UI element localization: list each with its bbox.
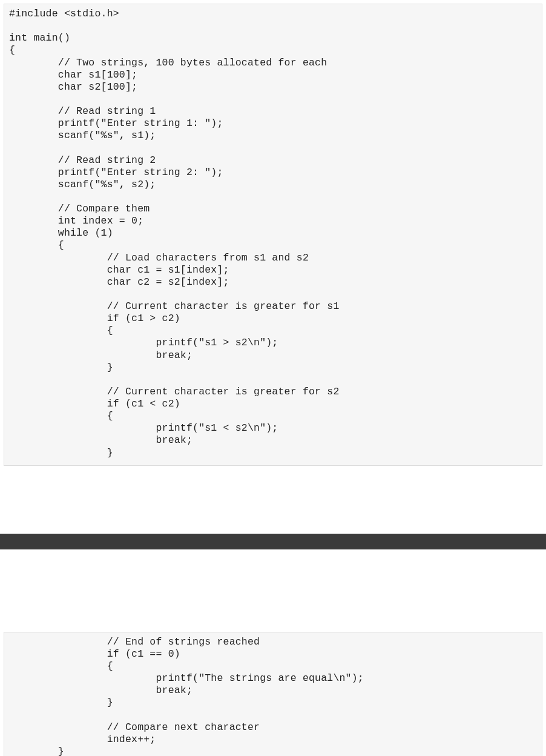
page-divider [0,534,546,549]
page-container: #include <stdio.h> int main() { // Two s… [0,0,546,469]
code-block-bottom: // End of strings reached if (c1 == 0) {… [4,632,542,756]
code-block-top: #include <stdio.h> int main() { // Two s… [4,4,542,466]
page-container-2: // End of strings reached if (c1 == 0) {… [0,628,546,756]
spacer [0,549,546,628]
